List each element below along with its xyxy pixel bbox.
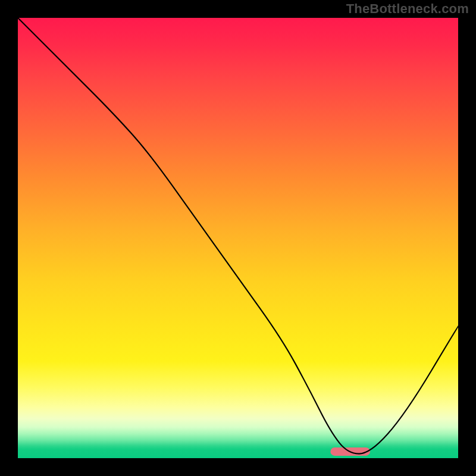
plot-area — [18, 18, 458, 458]
bottleneck-curve-svg — [18, 18, 458, 458]
bottleneck-curve-line — [18, 18, 458, 454]
watermark-text: TheBottleneck.com — [346, 1, 469, 17]
